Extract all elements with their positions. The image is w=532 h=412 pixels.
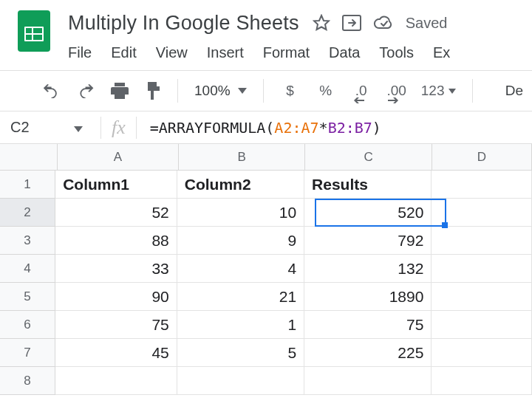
- cell-a8[interactable]: [55, 367, 177, 395]
- col-header-a[interactable]: A: [58, 144, 179, 171]
- row-header-1[interactable]: 1: [0, 171, 55, 199]
- more-formats-dropdown[interactable]: 123: [419, 83, 459, 99]
- formula-func: ARRAYFORMULA: [159, 119, 266, 137]
- menu-edit[interactable]: Edit: [111, 44, 136, 61]
- menu-format[interactable]: Format: [263, 44, 310, 61]
- cell-a4[interactable]: 33: [55, 255, 177, 283]
- chevron-down-icon: [238, 88, 247, 94]
- cell-d1[interactable]: [432, 171, 532, 199]
- cell-a3[interactable]: 88: [55, 227, 177, 255]
- toolbar-separator: [263, 79, 264, 103]
- cell-a6[interactable]: 75: [55, 311, 177, 339]
- cell-b6[interactable]: 1: [177, 311, 304, 339]
- toolbar-separator: [177, 79, 178, 103]
- menu-extensions[interactable]: Ex: [433, 44, 450, 61]
- formula-range-b: B2:B7: [328, 119, 372, 137]
- formula-eq: =: [150, 119, 159, 137]
- row-header-5[interactable]: 5: [0, 283, 55, 311]
- row-header-6[interactable]: 6: [0, 311, 55, 339]
- menu-file[interactable]: File: [68, 44, 92, 61]
- move-icon[interactable]: [342, 15, 361, 31]
- undo-button[interactable]: [37, 76, 66, 106]
- table-row: 7 45 5 225: [0, 339, 532, 367]
- row-header-3[interactable]: 3: [0, 227, 55, 255]
- row-header-7[interactable]: 7: [0, 339, 55, 367]
- menu-bar: File Edit View Insert Format Data Tools …: [68, 37, 532, 70]
- row-header-4[interactable]: 4: [0, 255, 55, 283]
- cell-c7[interactable]: 225: [304, 339, 432, 367]
- menu-tools[interactable]: Tools: [379, 44, 414, 61]
- row-header-2[interactable]: 2: [0, 199, 55, 227]
- toolbar-separator: [472, 79, 473, 103]
- cell-d8[interactable]: [432, 367, 532, 395]
- cell-c5[interactable]: 1890: [304, 283, 432, 311]
- cell-c8[interactable]: [304, 367, 432, 395]
- cell-d5[interactable]: [432, 283, 532, 311]
- row-header-8[interactable]: 8: [0, 367, 55, 395]
- table-row: 2 52 10 520: [0, 199, 532, 227]
- font-dropdown[interactable]: De: [505, 83, 532, 99]
- app-logo-wrap: [0, 6, 68, 52]
- cell-b7[interactable]: 5: [177, 339, 304, 367]
- zoom-value: 100%: [194, 83, 231, 99]
- cell-d3[interactable]: [432, 227, 532, 255]
- cell-d2[interactable]: [432, 199, 532, 227]
- chevron-down-icon: [74, 119, 83, 136]
- cell-d7[interactable]: [432, 339, 532, 367]
- zoom-dropdown[interactable]: 100%: [187, 83, 254, 99]
- cell-a1[interactable]: Column1: [55, 171, 177, 199]
- cell-a7[interactable]: 45: [55, 339, 177, 367]
- decrease-decimal-label: .0: [355, 83, 367, 98]
- print-button[interactable]: [105, 76, 134, 106]
- decrease-decimal-button[interactable]: .0: [348, 83, 375, 99]
- cell-b5[interactable]: 21: [177, 283, 304, 311]
- formula-op: *: [319, 119, 328, 137]
- name-box-value: C2: [10, 119, 30, 136]
- star-icon[interactable]: [313, 14, 330, 32]
- col-header-b[interactable]: B: [179, 144, 306, 171]
- cell-d6[interactable]: [432, 311, 532, 339]
- menu-insert[interactable]: Insert: [207, 44, 244, 61]
- increase-decimal-button[interactable]: .00: [383, 83, 410, 99]
- cell-a5[interactable]: 90: [55, 283, 177, 311]
- select-all-corner[interactable]: [0, 144, 58, 171]
- col-header-c[interactable]: C: [305, 144, 432, 171]
- cell-c6[interactable]: 75: [304, 311, 432, 339]
- col-header-d[interactable]: D: [432, 144, 532, 171]
- cell-b2[interactable]: 10: [177, 199, 304, 227]
- paint-format-button[interactable]: [139, 76, 168, 106]
- cell-b1[interactable]: Column2: [177, 171, 304, 199]
- cell-c4[interactable]: 132: [304, 255, 432, 283]
- cell-c1[interactable]: Results: [304, 171, 432, 199]
- saved-status: Saved: [406, 15, 448, 32]
- formula-input[interactable]: =ARRAYFORMULA(A2:A7*B2:B7): [147, 119, 381, 137]
- formula-bar-separator: [100, 117, 101, 139]
- formula-bar-row: C2 fx =ARRAYFORMULA(A2:A7*B2:B7): [0, 111, 532, 144]
- cell-b3[interactable]: 9: [177, 227, 304, 255]
- format-currency-button[interactable]: $: [277, 83, 304, 99]
- cell-b8[interactable]: [177, 367, 304, 395]
- cell-b4[interactable]: 4: [177, 255, 304, 283]
- cloud-saved-icon[interactable]: [373, 16, 394, 30]
- sheets-logo-icon[interactable]: [18, 10, 50, 52]
- menu-view[interactable]: View: [156, 44, 188, 61]
- table-row: 4 33 4 132: [0, 255, 532, 283]
- name-box[interactable]: C2: [0, 119, 90, 136]
- cell-c2[interactable]: 520: [304, 199, 432, 227]
- column-headers: A B C D: [58, 144, 532, 171]
- spreadsheet-grid[interactable]: A B C D 1 Column1 Column2 Results 2 52 1…: [0, 144, 532, 171]
- cell-a2[interactable]: 52: [55, 199, 177, 227]
- fx-icon: fx: [112, 117, 126, 139]
- formula-range-a: A2:A7: [274, 119, 318, 137]
- format-percent-button[interactable]: %: [313, 83, 339, 99]
- redo-button[interactable]: [71, 76, 100, 106]
- document-title[interactable]: Multiply In Google Sheets: [68, 12, 299, 35]
- table-row: 5 90 21 1890: [0, 283, 532, 311]
- cell-d4[interactable]: [432, 255, 532, 283]
- svg-marker-0: [314, 16, 329, 30]
- header: Multiply In Google Sheets Saved File Edi…: [0, 0, 532, 70]
- toolbar: 100% $ % .0 .00 123 De: [0, 70, 532, 111]
- cell-c3[interactable]: 792: [304, 227, 432, 255]
- table-row: 3 88 9 792: [0, 227, 532, 255]
- menu-data[interactable]: Data: [329, 44, 360, 61]
